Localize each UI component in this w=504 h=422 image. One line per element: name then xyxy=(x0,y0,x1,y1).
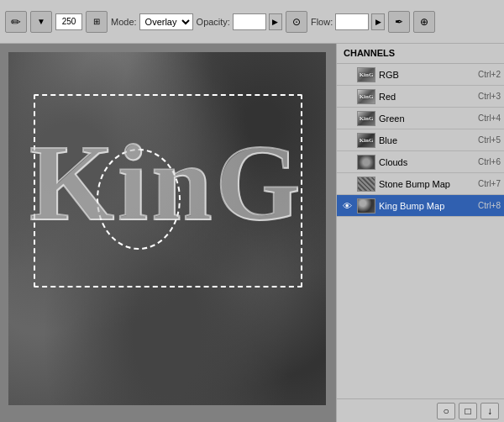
thumb-label-green: KinG xyxy=(360,115,374,122)
channel-row-blue[interactable]: KinG Blue Ctrl+5 xyxy=(337,129,504,151)
mode-label: Mode: xyxy=(111,17,137,27)
channel-thumb-clouds xyxy=(357,155,375,170)
channel-shortcut-rgb: Ctrl+2 xyxy=(478,70,501,79)
main-area: KinG CHANNELS KinG RGB Ctrl+2 KinG xyxy=(0,44,504,422)
airbrush-icon[interactable]: ⊙ xyxy=(286,11,307,33)
eye-icon-red[interactable] xyxy=(340,90,354,103)
flow-group: Flow: 100% ▶ xyxy=(311,13,385,30)
channel-row-rgb[interactable]: KinG RGB Ctrl+2 xyxy=(337,64,504,86)
channel-name-blue: Blue xyxy=(379,135,475,145)
channel-thumb-rgb: KinG xyxy=(357,67,375,82)
channel-name-green: Green xyxy=(379,113,475,124)
brush-options-icon[interactable]: ▼ xyxy=(30,11,52,33)
channel-thumb-king xyxy=(357,198,375,214)
tablet-opacity-icon[interactable]: ⊕ xyxy=(413,11,435,33)
channel-name-red: Red xyxy=(379,92,475,102)
channel-row-red[interactable]: KinG Red Ctrl+3 xyxy=(337,86,504,108)
flow-arrow[interactable]: ▶ xyxy=(371,13,385,30)
canvas-inner: KinG xyxy=(8,52,326,405)
flow-input[interactable]: 100% xyxy=(335,13,369,30)
channel-thumb-red: KinG xyxy=(357,89,375,104)
mode-select[interactable]: Overlay xyxy=(139,13,193,30)
mode-group: Mode: Overlay xyxy=(111,13,193,30)
channel-name-rgb: RGB xyxy=(379,70,475,80)
toolbar: ✏ ▼ 250 ⊞ Mode: Overlay Opacity: 50% ▶ ⊙… xyxy=(0,0,504,44)
channel-shortcut-green: Ctrl+4 xyxy=(478,113,501,123)
delete-channel-button[interactable]: ↓ xyxy=(480,403,499,419)
opacity-input[interactable]: 50% xyxy=(233,13,266,30)
channel-row-green[interactable]: KinG Green Ctrl+4 xyxy=(337,108,504,129)
eye-icon-clouds[interactable] xyxy=(340,156,354,169)
channel-shortcut-king: Ctrl+8 xyxy=(478,201,501,210)
load-selection-button[interactable]: ○ xyxy=(437,403,455,419)
eye-icon-stone[interactable] xyxy=(340,177,354,191)
thumb-label-red: KinG xyxy=(360,93,374,100)
channel-thumb-stone xyxy=(357,177,375,192)
canvas-background[interactable]: KinG xyxy=(8,52,326,405)
eye-icon-rgb[interactable] xyxy=(340,68,354,82)
channels-tab-label: CHANNELS xyxy=(344,48,395,60)
channel-shortcut-stone: Ctrl+7 xyxy=(478,179,501,188)
opacity-group: Opacity: 50% ▶ xyxy=(197,13,282,30)
channel-shortcut-red: Ctrl+3 xyxy=(478,92,501,101)
channel-thumb-blue: KinG xyxy=(357,133,375,148)
channel-shortcut-clouds: Ctrl+6 xyxy=(478,157,501,166)
brush-size-display: 250 xyxy=(55,13,82,30)
canvas-area: KinG xyxy=(0,44,336,422)
eye-icon-blue[interactable] xyxy=(340,134,354,147)
channels-bottom-bar: ○ □ ↓ xyxy=(337,398,504,422)
channel-row-king[interactable]: 👁 King Bump Map Ctrl+8 xyxy=(337,195,504,217)
channel-name-stone: Stone Bump Map xyxy=(379,179,475,189)
thumb-label-blue: KinG xyxy=(360,137,374,144)
opacity-arrow[interactable]: ▶ xyxy=(269,13,282,30)
opacity-label: Opacity: xyxy=(197,17,230,27)
channels-list: KinG RGB Ctrl+2 KinG Red Ctrl+3 KinG xyxy=(337,64,504,398)
channel-thumb-green: KinG xyxy=(357,111,375,126)
tablet-pressure-icon[interactable]: ✒ xyxy=(388,11,410,33)
channel-shortcut-blue: Ctrl+5 xyxy=(478,135,501,145)
channel-row-stone[interactable]: Stone Bump Map Ctrl+7 xyxy=(337,173,504,195)
save-selection-button[interactable]: □ xyxy=(459,403,477,419)
flow-label: Flow: xyxy=(311,17,333,27)
eye-icon-green[interactable] xyxy=(340,112,354,125)
channel-name-clouds: Clouds xyxy=(379,157,475,167)
eye-icon-king[interactable]: 👁 xyxy=(340,199,354,213)
king-text-overlay: KinG xyxy=(29,119,304,245)
channel-row-clouds[interactable]: Clouds Ctrl+6 xyxy=(337,151,504,173)
brush-picker-icon[interactable]: ⊞ xyxy=(86,11,108,33)
channels-panel: CHANNELS KinG RGB Ctrl+2 KinG Red Ctrl+3 xyxy=(336,44,504,422)
brush-tool-icon[interactable]: ✏ xyxy=(5,11,27,33)
channels-tab[interactable]: CHANNELS xyxy=(337,44,504,64)
channel-name-king: King Bump Map xyxy=(379,201,475,211)
thumb-label-rgb: KinG xyxy=(360,71,374,78)
